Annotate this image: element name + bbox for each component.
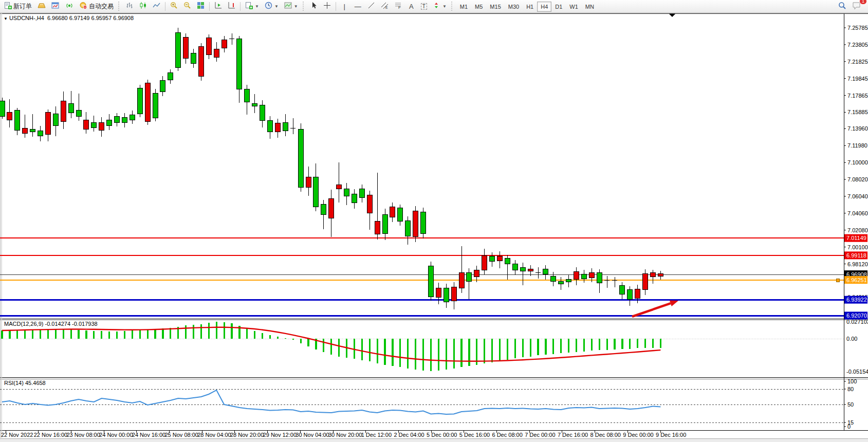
svg-text:30 Nov 04:00: 30 Nov 04:00	[296, 432, 329, 438]
channel-icon: E	[381, 2, 389, 11]
toolbar-grip	[118, 2, 121, 11]
svg-text:28 Nov 20:00: 28 Nov 20:00	[230, 432, 264, 438]
toolbar-separator	[240, 2, 241, 11]
svg-text:9 Dec 00:00: 9 Dec 00:00	[623, 432, 653, 438]
svg-text:6 Dec 08:00: 6 Dec 08:00	[492, 432, 523, 438]
time-axis: 22 Nov 202222 Nov 16:0023 Nov 08:0024 No…	[1, 430, 686, 438]
signal-button[interactable]	[63, 0, 76, 12]
period-clock-button[interactable]: ▼	[262, 0, 281, 12]
channel-button[interactable]: E	[378, 0, 391, 12]
chart-shift-button[interactable]	[212, 0, 225, 12]
text-button[interactable]: A	[405, 1, 418, 12]
zoom-out-icon	[183, 2, 191, 11]
tab-timeframe-M15[interactable]: M15	[486, 2, 504, 12]
bar-chart-button[interactable]	[123, 0, 136, 12]
gold-icon	[38, 2, 46, 11]
tab-timeframe-W1[interactable]: W1	[566, 2, 582, 12]
rsi-axis: 1008050150	[844, 378, 857, 430]
toolbar-grip	[451, 2, 454, 11]
svg-text:1 Dec 12:00: 1 Dec 12:00	[361, 432, 392, 438]
horizontal-line-button[interactable]: —	[352, 1, 364, 12]
chevron-down-icon: ▼	[274, 4, 279, 9]
horizontal-price-lines[interactable]	[0, 238, 844, 316]
svg-text:24 Nov 16:00: 24 Nov 16:00	[132, 432, 165, 438]
tile-windows-button[interactable]	[194, 0, 207, 12]
tab-timeframe-M1[interactable]: M1	[456, 2, 471, 12]
tab-timeframe-H4[interactable]: H4	[537, 2, 551, 12]
svg-text:7.13960: 7.13960	[847, 125, 868, 132]
tile-windows-icon	[197, 2, 205, 11]
chart-symbol-period: USDCNH-,H4	[9, 15, 44, 21]
tab-timeframe-MN[interactable]: MN	[582, 2, 598, 12]
text-label-button[interactable]: T	[418, 2, 430, 11]
zoom-in-button[interactable]	[168, 0, 180, 12]
template-button[interactable]: ▼	[282, 0, 301, 12]
line-chart-icon	[153, 2, 160, 11]
macd-values: -0.014274 -0.017938	[45, 321, 97, 327]
new-order-button[interactable]: 新订单	[2, 0, 34, 12]
rsi-value: 45.4658	[25, 380, 46, 386]
template-icon	[284, 2, 292, 11]
new-chart-button[interactable]: ▼	[243, 0, 262, 12]
line-chart-button[interactable]	[150, 0, 163, 12]
chart-canvas[interactable]: 7.257857.238057.218257.198457.178657.158…	[0, 0, 868, 442]
svg-text:F: F	[398, 5, 401, 9]
trend-arrow[interactable]	[632, 301, 678, 317]
candles	[0, 28, 663, 309]
toolbar-separator	[165, 2, 165, 11]
gold-button[interactable]	[35, 1, 48, 12]
vertical-line-button[interactable]: |	[338, 1, 351, 12]
svg-text:7.04060: 7.04060	[847, 210, 868, 216]
new-chart-icon	[245, 2, 253, 11]
svg-text:7.06040: 7.06040	[847, 193, 868, 199]
candlestick-chart-button[interactable]	[137, 0, 150, 12]
svg-text:5 Dec 00:00: 5 Dec 00:00	[427, 432, 457, 438]
svg-text:6.93922: 6.93922	[846, 297, 867, 303]
svg-text:7.17865: 7.17865	[847, 93, 868, 99]
svg-text:7.21825: 7.21825	[847, 59, 868, 65]
period-clock-icon	[265, 2, 272, 11]
svg-text:7.19845: 7.19845	[847, 76, 868, 82]
search-button[interactable]	[836, 0, 849, 13]
svg-text:-0.051546: -0.051546	[846, 369, 868, 375]
market-watch-button[interactable]	[49, 0, 62, 12]
trendline-button[interactable]	[365, 0, 378, 12]
tab-timeframe-D1[interactable]: D1	[551, 2, 566, 12]
fibonacci-button[interactable]: F	[392, 0, 404, 12]
timeframe-toolbar: M1M5M15M30H1H4D1W1MN	[456, 2, 598, 11]
horizontal-line-icon: —	[354, 3, 362, 10]
svg-text:E: E	[385, 6, 388, 9]
toolbar-separator	[336, 2, 336, 11]
svg-text:6.92070: 6.92070	[846, 312, 867, 319]
auto-trading-button[interactable]: 自动交易	[77, 0, 116, 12]
arrows-button[interactable]: ▼	[430, 0, 449, 12]
chart-shift-marker[interactable]	[669, 14, 675, 17]
crosshair-button[interactable]	[321, 0, 334, 12]
tab-timeframe-H1[interactable]: H1	[523, 2, 537, 12]
mt4-window: 新订单 自动交易 ▼ ▼ ▼ | — E F A T ▼	[0, 0, 868, 442]
chart-ohlc-values: 6.96680 6.97149 6.95957 6.96908	[47, 15, 134, 21]
bar-chart-icon	[126, 2, 134, 11]
fibonacci-icon: F	[394, 2, 402, 11]
svg-text:7.00100: 7.00100	[847, 244, 868, 250]
svg-text:7.08020: 7.08020	[847, 176, 868, 182]
tab-timeframe-M5[interactable]: M5	[471, 2, 486, 12]
svg-text:7.15885: 7.15885	[847, 109, 868, 115]
auto-trading-icon	[79, 2, 87, 11]
svg-text:0.00: 0.00	[846, 336, 857, 342]
tab-timeframe-M30[interactable]: M30	[505, 2, 523, 12]
svg-text:24 Nov 00:00: 24 Nov 00:00	[99, 432, 133, 438]
rsi-line	[2, 390, 660, 414]
auto-scroll-button[interactable]	[225, 0, 238, 12]
line-handle	[836, 279, 839, 282]
svg-text:8 Dec 08:00: 8 Dec 08:00	[590, 432, 621, 438]
indicator-gridlines	[0, 339, 844, 422]
text-icon: A	[408, 3, 415, 10]
crosshair-icon	[323, 2, 331, 11]
cursor-button[interactable]	[308, 0, 320, 12]
macd-axis: 0.0271030.00-0.051546	[846, 319, 868, 375]
zoom-out-button[interactable]	[181, 0, 194, 12]
candlestick-chart-icon	[139, 2, 147, 11]
rsi-label: RSI(14) 45.4658	[4, 380, 46, 386]
window-menu-icon[interactable]: ▼	[4, 16, 8, 21]
